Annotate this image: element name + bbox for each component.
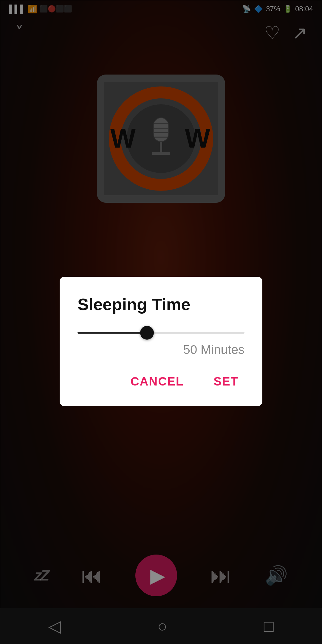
slider-container: 50 Minutes xyxy=(78,332,244,357)
sleeping-time-dialog: Sleeping Time 50 Minutes CANCEL SET xyxy=(60,277,262,406)
slider-track xyxy=(78,332,244,334)
dialog-buttons: CANCEL SET xyxy=(78,372,244,391)
dialog-title: Sleeping Time xyxy=(78,295,244,314)
slider-value-label: 50 Minutes xyxy=(78,343,244,357)
cancel-button[interactable]: CANCEL xyxy=(125,372,190,391)
set-button[interactable]: SET xyxy=(208,372,244,391)
